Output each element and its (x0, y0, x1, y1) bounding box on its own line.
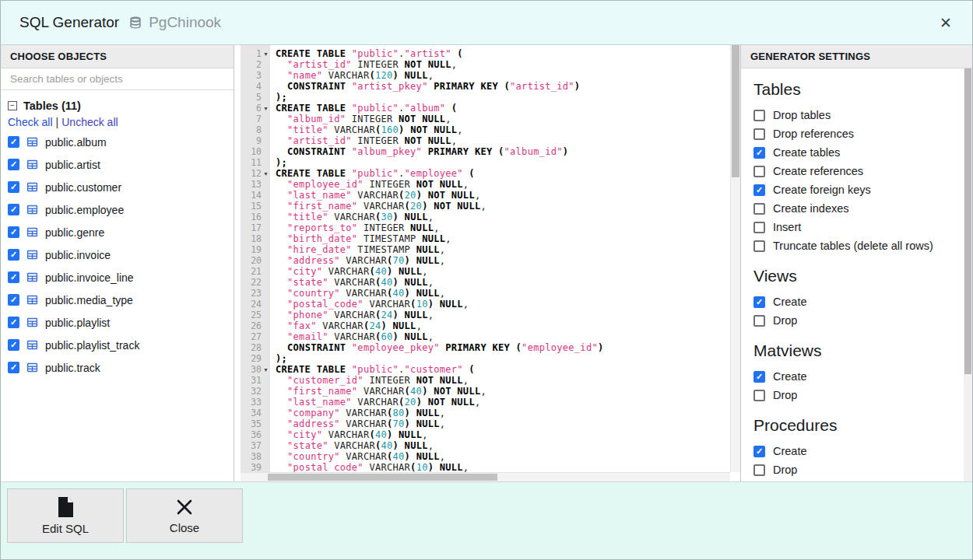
object-label: public.customer (45, 181, 121, 194)
settings-option-row[interactable]: Drop (753, 460, 954, 479)
object-checkbox[interactable] (8, 226, 19, 238)
option-checkbox[interactable] (753, 371, 765, 383)
table-object-row[interactable]: public.album (1, 131, 234, 153)
fold-toggle-icon[interactable]: ▼ (262, 367, 270, 373)
option-checkbox[interactable] (753, 147, 765, 159)
option-checkbox[interactable] (753, 296, 765, 308)
option-label: Drop references (773, 128, 854, 140)
settings-option-row[interactable]: Insert (753, 218, 954, 236)
code-line: "fax" VARCHAR(24) NULL, (276, 320, 740, 331)
object-checkbox[interactable] (8, 249, 19, 261)
line-number: 12 (251, 168, 262, 179)
object-checkbox[interactable] (8, 317, 19, 328)
settings-option-row[interactable]: Drop (753, 386, 954, 404)
vertical-scrollbar-thumb[interactable] (732, 45, 739, 177)
settings-option-row[interactable]: Drop (753, 311, 954, 330)
option-checkbox[interactable] (753, 222, 765, 233)
generator-settings-panel: GENERATOR SETTINGS Tables Drop tables Dr… (740, 45, 972, 481)
check-all-link[interactable]: Check all (8, 116, 53, 128)
option-checkbox[interactable] (753, 110, 765, 121)
settings-option-row[interactable]: Create foreign keys (753, 180, 954, 199)
table-object-row[interactable]: public.employee (1, 198, 234, 221)
object-checkbox[interactable] (8, 136, 19, 148)
object-checkbox[interactable] (8, 204, 19, 215)
settings-option-row[interactable]: Create (753, 367, 954, 386)
table-object-row[interactable]: public.playlist_track (1, 334, 234, 356)
uncheck-all-link[interactable]: Uncheck all (61, 116, 118, 128)
line-number: 9 (256, 135, 262, 146)
settings-option-row[interactable]: Drop tables (753, 106, 954, 124)
code-line: "state" VARCHAR(40) NULL, (276, 277, 740, 288)
line-number: 25 (251, 310, 262, 320)
settings-option-row[interactable]: Create indexes (753, 199, 954, 218)
settings-scrollbar-thumb[interactable] (964, 68, 971, 374)
settings-scrollbar[interactable] (964, 68, 972, 481)
option-checkbox[interactable] (753, 390, 765, 401)
object-checkbox[interactable] (8, 159, 19, 170)
dialog-close-icon[interactable]: ✕ (940, 16, 952, 30)
code-line: "album_id" INTEGER NOT NULL, (276, 114, 740, 124)
option-checkbox[interactable] (753, 128, 765, 140)
edit-sql-button[interactable]: Edit SQL (7, 488, 124, 543)
option-checkbox[interactable] (753, 203, 765, 215)
object-checkbox[interactable] (8, 339, 19, 351)
line-number: 23 (251, 288, 262, 299)
fold-toggle-icon[interactable]: ▼ (262, 106, 270, 111)
line-number: 11 (251, 157, 262, 168)
line-number: 20 (251, 255, 262, 266)
table-object-row[interactable]: public.artist (1, 153, 234, 176)
edit-sql-label: Edit SQL (42, 522, 89, 535)
object-checkbox[interactable] (8, 362, 19, 373)
table-object-row[interactable]: public.customer (1, 176, 234, 198)
option-label: Drop tables (773, 109, 831, 121)
object-label: public.playlist (45, 317, 110, 329)
code-line: "phone" VARCHAR(24) NULL, (276, 310, 740, 320)
code-line: "company" VARCHAR(80) NULL, (276, 408, 740, 418)
fold-toggle-icon[interactable]: ▼ (262, 51, 270, 57)
option-checkbox[interactable] (753, 464, 765, 476)
settings-section-options: Drop tables Drop references Create table… (753, 106, 954, 255)
dialog-footer: Edit SQL Close (1, 481, 972, 559)
option-label: Drop (773, 464, 797, 476)
object-checkbox[interactable] (8, 294, 19, 306)
object-checkbox[interactable] (8, 181, 19, 193)
horizontal-scrollbar-thumb[interactable] (268, 474, 497, 481)
code-line: "title" VARCHAR(160) NOT NULL, (276, 124, 740, 135)
settings-option-row[interactable]: Create tables (753, 143, 954, 162)
close-button[interactable]: Close (126, 488, 243, 543)
collapse-icon[interactable]: − (8, 101, 17, 110)
code-line: "reports_to" INTEGER NULL, (276, 222, 740, 233)
editor-code[interactable]: CREATE TABLE "public"."artist" ( "artist… (270, 45, 740, 481)
option-checkbox[interactable] (753, 315, 765, 327)
option-checkbox[interactable] (753, 184, 765, 196)
settings-option-row[interactable]: Create (753, 292, 954, 311)
table-object-row[interactable]: public.genre (1, 221, 234, 243)
table-object-row[interactable]: public.playlist (1, 311, 234, 334)
code-line: "city" VARCHAR(40) NULL, (276, 266, 740, 277)
settings-option-row[interactable]: Create (753, 442, 954, 460)
settings-option-row[interactable]: Create references (753, 162, 954, 180)
code-line: CONSTRAINT "artist_pkey" PRIMARY KEY ("a… (276, 81, 740, 92)
table-object-row[interactable]: public.invoice_line (1, 266, 234, 289)
option-label: Create foreign keys (773, 184, 871, 196)
fold-toggle-icon[interactable]: ▼ (262, 171, 270, 177)
link-separator: | (56, 116, 59, 128)
editor-horizontal-scrollbar[interactable] (241, 472, 730, 481)
table-object-row[interactable]: public.media_type (1, 289, 234, 311)
line-number: 4 (256, 81, 262, 92)
settings-option-row[interactable]: Truncate tables (delete all rows) (753, 236, 954, 255)
table-object-row[interactable]: public.invoice (1, 243, 234, 266)
table-object-row[interactable]: public.track (1, 356, 234, 379)
table-icon (26, 317, 38, 328)
sql-editor[interactable]: 1▼23456▼789101112▼1314151617181920212223… (234, 45, 740, 481)
object-label: public.album (45, 136, 107, 149)
editor-vertical-scrollbar[interactable] (730, 45, 740, 472)
option-checkbox[interactable] (753, 240, 765, 252)
tables-group-row[interactable]: − Tables (11) (1, 97, 234, 114)
option-checkbox[interactable] (753, 166, 765, 177)
object-checkbox[interactable] (8, 271, 19, 283)
table-icon (26, 271, 38, 283)
settings-option-row[interactable]: Drop references (753, 124, 954, 143)
option-checkbox[interactable] (753, 446, 765, 457)
search-input[interactable] (1, 68, 234, 90)
